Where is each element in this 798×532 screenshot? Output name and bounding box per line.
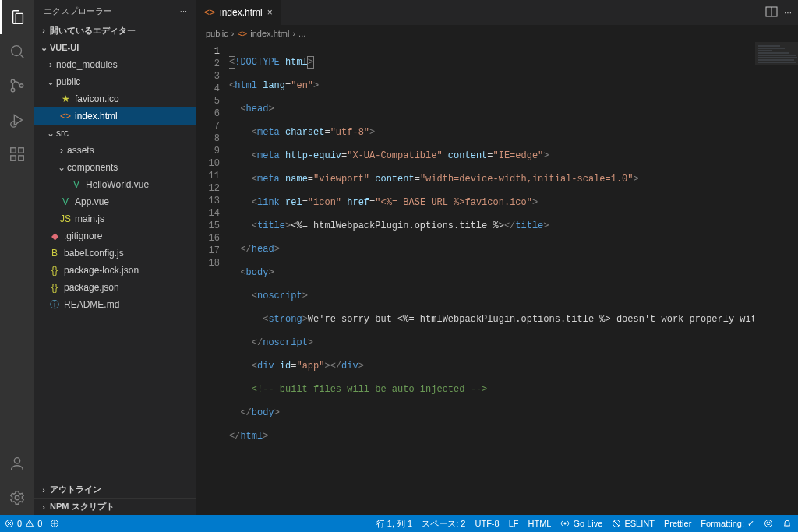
- status-language[interactable]: HTML: [528, 519, 552, 528]
- svg-point-1: [11, 79, 15, 83]
- activity-account-icon[interactable]: [0, 446, 34, 481]
- babel-icon: B: [48, 248, 61, 259]
- info-icon: ⓘ: [48, 298, 61, 312]
- html-icon: <>: [59, 111, 72, 122]
- status-encoding[interactable]: UTF-8: [475, 519, 499, 528]
- svg-rect-5: [11, 148, 16, 153]
- svg-point-3: [19, 84, 23, 88]
- tree-node-modules[interactable]: ›node_modules: [34, 56, 196, 73]
- status-problems[interactable]: 0 0: [5, 519, 42, 528]
- tree-index-html[interactable]: <>index.html: [34, 107, 196, 125]
- tree-helloworld[interactable]: VHelloWorld.vue: [34, 176, 196, 193]
- activity-search-icon[interactable]: [0, 34, 34, 69]
- git-icon: ◆: [48, 231, 61, 241]
- tree-babel[interactable]: Bbabel.config.js: [34, 245, 196, 262]
- npm-section[interactable]: ›NPM スクリプト: [34, 498, 196, 515]
- line-gutter: 1234 5678 9101112 13141516 1718: [196, 42, 229, 515]
- activity-debug-icon[interactable]: [0, 103, 34, 137]
- activity-bar: [0, 0, 34, 515]
- vue-icon: V: [70, 179, 83, 190]
- tree-pkg[interactable]: {}package.json: [34, 279, 196, 296]
- json-icon: {}: [48, 265, 61, 276]
- svg-point-23: [769, 522, 770, 523]
- svg-line-20: [614, 521, 619, 526]
- code-area[interactable]: <!DOCTYPE html> <html lang="en"> <head> …: [229, 42, 798, 515]
- tree-assets[interactable]: ›assets: [34, 142, 196, 159]
- tree-pkglock[interactable]: {}package-lock.json: [34, 262, 196, 279]
- svg-point-21: [765, 520, 772, 527]
- tree-appvue[interactable]: VApp.vue: [34, 193, 196, 210]
- svg-point-18: [564, 523, 566, 524]
- svg-point-9: [14, 458, 19, 463]
- tree-components[interactable]: ⌄components: [34, 159, 196, 176]
- svg-point-22: [767, 522, 768, 523]
- status-golive[interactable]: Go Live: [560, 519, 602, 528]
- breadcrumb[interactable]: public› <> index.html› ...: [196, 25, 798, 42]
- close-icon[interactable]: ×: [267, 7, 273, 18]
- tree-favicon[interactable]: ★favicon.ico: [34, 90, 196, 107]
- vue-icon: V: [59, 196, 72, 207]
- sidebar: エクスプローラー ··· ›開いているエディター ⌄VUE-UI ›node_m…: [34, 0, 196, 515]
- activity-settings-icon[interactable]: [0, 481, 34, 515]
- js-icon: JS: [59, 213, 72, 224]
- tree-src[interactable]: ⌄src: [34, 125, 196, 142]
- status-bell-icon[interactable]: [782, 519, 792, 528]
- project-section[interactable]: ⌄VUE-UI: [34, 39, 196, 56]
- svg-point-10: [15, 495, 19, 500]
- tab-index-html[interactable]: <> index.html ×: [196, 0, 281, 25]
- status-eol[interactable]: LF: [509, 519, 519, 528]
- status-cursor[interactable]: 行 1, 列 1: [376, 518, 412, 530]
- html-icon: <>: [237, 29, 247, 38]
- status-indent[interactable]: スペース: 2: [422, 518, 465, 530]
- svg-rect-6: [11, 156, 16, 160]
- status-prettier[interactable]: Prettier: [664, 519, 691, 528]
- svg-point-2: [11, 88, 15, 92]
- svg-rect-8: [19, 148, 23, 153]
- tree-public[interactable]: ⌄public: [34, 73, 196, 90]
- status-ports-icon[interactable]: [50, 519, 59, 528]
- minimap[interactable]: [754, 42, 798, 515]
- tree-readme[interactable]: ⓘREADME.md: [34, 296, 196, 313]
- status-bar: 0 0 行 1, 列 1 スペース: 2 UTF-8 LF HTML Go Li…: [0, 515, 798, 532]
- tree-mainjs[interactable]: JSmain.js: [34, 210, 196, 227]
- sidebar-title: エクスプローラー: [44, 5, 112, 17]
- open-editors-section[interactable]: ›開いているエディター: [34, 22, 196, 39]
- activity-explorer-icon[interactable]: [0, 0, 34, 34]
- more-actions-icon[interactable]: ···: [784, 7, 792, 18]
- file-tree: ›node_modules ⌄public ★favicon.ico <>ind…: [34, 56, 196, 481]
- tab-bar: <> index.html × ···: [196, 0, 798, 25]
- status-eslint[interactable]: ESLINT: [612, 519, 655, 528]
- status-formatting[interactable]: Formatting: ✓: [701, 519, 754, 529]
- activity-source-control-icon[interactable]: [0, 69, 34, 103]
- tree-gitignore[interactable]: ◆.gitignore: [34, 227, 196, 245]
- svg-point-0: [12, 46, 22, 56]
- html-icon: <>: [204, 7, 215, 18]
- outline-section[interactable]: ›アウトライン: [34, 481, 196, 498]
- sidebar-more-icon[interactable]: ···: [180, 6, 187, 16]
- split-editor-icon[interactable]: [765, 5, 778, 20]
- favicon-icon: ★: [59, 93, 72, 104]
- svg-rect-7: [19, 156, 23, 160]
- json-icon: {}: [48, 282, 61, 293]
- editor-body[interactable]: 1234 5678 9101112 13141516 1718 <!DOCTYP…: [196, 42, 798, 515]
- status-feedback-icon[interactable]: [764, 519, 773, 528]
- activity-extensions-icon[interactable]: [0, 137, 34, 171]
